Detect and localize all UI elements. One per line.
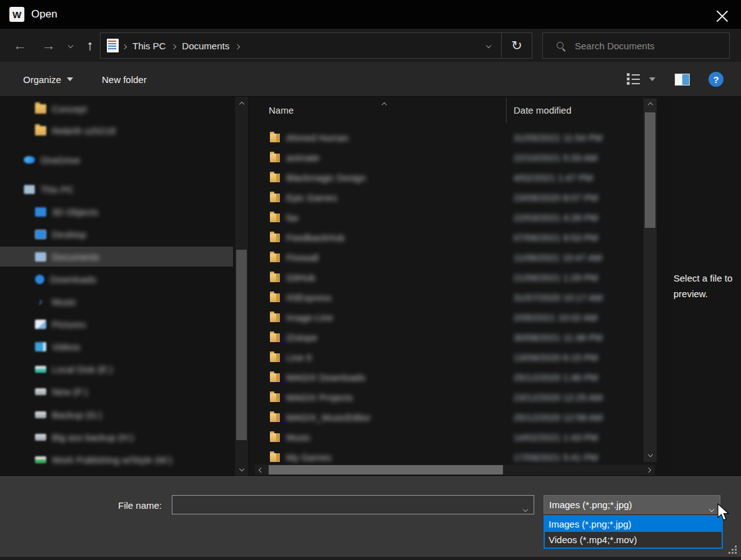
sidebar-item-documents[interactable]: Documents [0, 247, 233, 267]
file-row[interactable]: Epic Games23/09/2020 8:07 PMFile folder [250, 188, 657, 207]
open-dialog-window: W Open ← → ↑ This PC Documents ↻ Search … [0, 0, 741, 560]
file-date-modified: 22/10/2021 5:33 AM [514, 152, 597, 163]
file-date-modified: 22/03/2021 4:28 PM [514, 212, 598, 223]
mouse-cursor [716, 503, 731, 522]
scroll-down-icon[interactable] [235, 463, 248, 475]
list-scrollbar-thumb[interactable] [645, 112, 655, 228]
file-name: MAGIX_MusicEditor [286, 412, 370, 423]
sidebar-item-label: Work Publishing w/Style (W:) [52, 454, 172, 465]
sidebar-item-backup-g-[interactable]: Backup (G:) [0, 405, 233, 425]
sidebar-item-work-publishing-w-style-w-[interactable]: Work Publishing w/Style (W:) [0, 449, 233, 469]
sidebar-item-3d-objects[interactable]: 3D Objects [0, 202, 233, 222]
sidebar-item-onedrive[interactable]: OneDrive [0, 150, 233, 170]
videos-icon [35, 342, 46, 351]
column-header-date-modified[interactable]: Date modified [514, 105, 572, 115]
search-box[interactable]: Search Documents [542, 32, 730, 59]
new-folder-button[interactable]: New folder [102, 62, 147, 97]
sidebar-item-videos[interactable]: Videos [0, 336, 233, 356]
horizontal-scrollbar-thumb[interactable] [269, 465, 503, 474]
file-row[interactable]: animate22/10/2021 5:33 AMFile folder [250, 148, 657, 167]
sidebar-item-label: Music [52, 297, 76, 307]
sidebar-item-label: Big ass backup (H:) [52, 432, 134, 443]
file-type-option[interactable]: Images (*.png;*.jpg) [545, 516, 722, 532]
list-view-icon [627, 73, 640, 86]
file-row[interactable]: fax22/03/2021 4:28 PMFile folder [250, 208, 657, 227]
file-row[interactable]: MAGIX Projects23/12/2020 12:25 AMFile fo… [250, 388, 657, 407]
folder-icon [270, 433, 280, 442]
folder-icon [270, 174, 280, 182]
file-row[interactable]: IISExpress31/07/2020 10:17 AMFile folder [250, 288, 657, 307]
disk-icon [35, 388, 46, 395]
sidebar-item-label: 3D Objects [52, 207, 98, 217]
documents-icon [35, 252, 46, 262]
recent-locations-button[interactable] [62, 29, 79, 62]
address-history-button[interactable] [476, 33, 501, 58]
file-row[interactable]: FeedbackHub07/06/2021 9:53 PMFile folder [250, 228, 657, 247]
file-date-modified: 13/09/2020 6:15 PM [514, 352, 598, 363]
file-row[interactable]: MAGIX_MusicEditor25/12/2020 12:58 AMFile… [250, 408, 657, 427]
help-icon: ? [709, 72, 724, 87]
sidebar-item-label: Documents [52, 252, 99, 262]
file-row[interactable]: iZotope30/08/2021 11:38 PMFile folder [250, 328, 657, 347]
organize-button[interactable]: Organize [23, 62, 73, 97]
list-vertical-scrollbar[interactable] [644, 99, 657, 462]
file-type-option[interactable]: Videos (*.mp4;*.mov) [545, 532, 722, 548]
sidebar-item-concept[interactable]: Concept [0, 99, 233, 119]
close-button[interactable] [712, 5, 732, 24]
sidebar-item-label: Videos [52, 341, 81, 352]
sidebar-item-local-disk-e-[interactable]: Local Disk (E:) [0, 359, 233, 379]
file-row[interactable]: Firewall11/06/2021 10:47 AMFile folder [250, 248, 657, 267]
sidebar-item-pictures[interactable]: Pictures [0, 314, 233, 334]
breadcrumb-chevron-icon [122, 44, 127, 49]
sidebar-item-desktop[interactable]: Desktop [0, 224, 233, 244]
help-button[interactable]: ? [709, 62, 724, 97]
forward-button[interactable]: → [37, 29, 60, 62]
sidebar-item-label: Pictures [52, 319, 86, 330]
onedrive-icon [24, 156, 35, 164]
disk-teal-icon [35, 366, 46, 373]
chevron-down-icon [486, 43, 491, 48]
column-divider[interactable] [506, 98, 507, 123]
file-row[interactable]: Blackmagic Design4/02/2021 1:47 PMFile f… [250, 168, 657, 187]
file-date-modified: 25/12/2020 1:46 PM [514, 372, 598, 383]
sidebar-item-downloads[interactable]: Downloads [0, 269, 233, 289]
change-view-button[interactable] [627, 62, 655, 97]
file-row[interactable]: Ahmed Human31/05/2021 11:54 PMFile folde… [250, 128, 657, 147]
file-type-select[interactable]: Images (*.png;*.jpg) [544, 495, 720, 514]
sidebar-scrollbar[interactable] [235, 97, 248, 476]
search-icon [557, 42, 565, 50]
scroll-down-icon[interactable] [644, 448, 657, 461]
scroll-left-icon[interactable] [255, 464, 267, 475]
resize-grip-icon[interactable] [729, 546, 737, 554]
sidebar-item-rebirth-s2021e[interactable]: Rebirth s2021E [0, 120, 233, 140]
scroll-up-icon[interactable] [235, 98, 248, 111]
file-name-input[interactable] [172, 495, 534, 514]
preview-pane-button[interactable] [675, 62, 690, 97]
disk-icon [35, 434, 46, 441]
file-row[interactable]: GitHub21/06/2021 1:29 PMFile folder [250, 268, 657, 287]
file-row[interactable]: Line 613/09/2020 6:15 PMFile folder [250, 348, 657, 367]
sidebar-item-music[interactable]: ♪Music [0, 292, 233, 312]
list-horizontal-scrollbar[interactable] [255, 464, 655, 475]
sidebar-item-this-pc[interactable]: This PC [0, 179, 233, 199]
folder-icon [270, 214, 280, 222]
scroll-right-icon[interactable] [642, 464, 655, 475]
document-icon [107, 39, 119, 52]
sidebar-item-label: New (F:) [52, 386, 88, 397]
sidebar-scrollbar-thumb[interactable] [236, 250, 247, 440]
scroll-up-icon[interactable] [644, 99, 657, 111]
file-row[interactable]: MAGIX Downloads25/12/2020 1:46 PMFile fo… [250, 368, 657, 387]
address-bar[interactable]: This PC Documents ↻ [100, 32, 532, 59]
column-header-name[interactable]: Name [269, 105, 294, 115]
up-button[interactable]: ↑ [80, 29, 100, 62]
file-name: IISExpress [286, 292, 332, 303]
file-row[interactable]: Image-Line2/05/2021 10:02 AMFile folder [250, 308, 657, 327]
breadcrumb-this-pc[interactable]: This PC [130, 41, 168, 51]
back-button[interactable]: ← [9, 29, 31, 62]
sidebar-item-new-f-[interactable]: New (F:) [0, 381, 233, 401]
file-row[interactable]: Music14/02/2021 1:43 PMFile folder [250, 428, 657, 447]
refresh-button[interactable]: ↻ [502, 33, 532, 58]
breadcrumb-documents[interactable]: Documents [179, 41, 232, 51]
sidebar-item-big-ass-backup-h-[interactable]: Big ass backup (H:) [0, 427, 233, 447]
breadcrumb-chevron-icon [171, 44, 176, 49]
